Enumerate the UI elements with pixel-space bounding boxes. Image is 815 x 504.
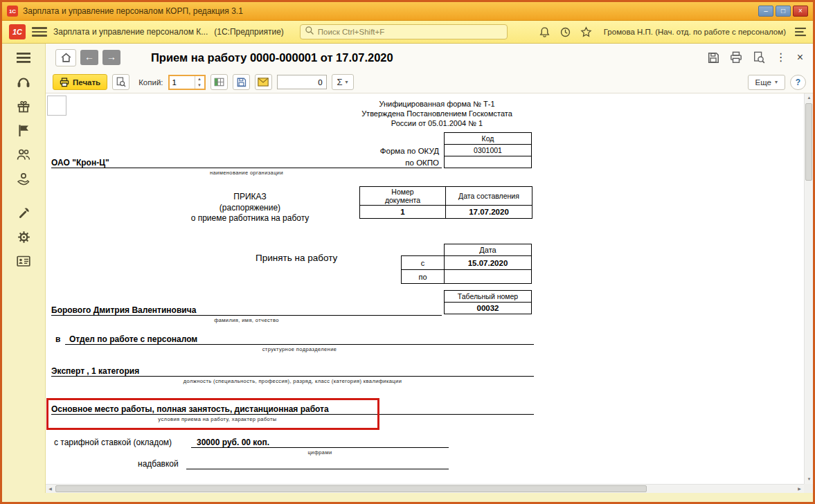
sidebar-settings-button[interactable] xyxy=(10,228,37,245)
print-preview-button[interactable] xyxy=(112,74,129,90)
department-line: Отдел по работе с персоналом xyxy=(65,332,534,345)
hand-coin-icon xyxy=(17,172,30,186)
home-button[interactable] xyxy=(55,49,76,66)
1c-logo: 1С xyxy=(9,24,26,39)
main-menu-button[interactable] xyxy=(32,25,47,39)
code-header: Код xyxy=(445,133,532,145)
back-button[interactable]: ← xyxy=(80,50,98,65)
navigation-toolbar: ← → Прием на работу 0000-000001 от 17.07… xyxy=(46,44,813,71)
personnel-number-value: 00032 xyxy=(445,303,532,314)
from-date-value: 15.07.2020 xyxy=(444,255,532,270)
app-toolbar: 1С Зарплата и управление персоналом К...… xyxy=(2,21,813,44)
okud-value: 0301001 xyxy=(445,145,532,156)
app-title: Зарплата и управление персоналом К... xyxy=(53,27,208,37)
doc-number-header: Номер документа xyxy=(360,187,446,206)
preview-icon[interactable] xyxy=(753,51,765,64)
copies-spinner[interactable]: ▲ ▼ xyxy=(168,75,206,90)
horizontal-scroll-thumb[interactable] xyxy=(55,485,647,492)
search-icon xyxy=(305,26,314,38)
page-setup-button[interactable] xyxy=(211,74,228,90)
bonus-label: надбавкой xyxy=(138,459,179,469)
app-logo-icon: 1С xyxy=(7,6,18,17)
scroll-down-icon[interactable]: ▼ xyxy=(805,475,813,484)
gift-icon xyxy=(17,100,30,113)
preview-icon xyxy=(116,77,126,87)
sections-sidebar xyxy=(2,44,45,493)
maximize-button[interactable]: □ xyxy=(776,6,791,17)
doc-date-value: 17.07.2020 xyxy=(446,206,532,219)
to-label: по xyxy=(401,269,445,284)
search-input[interactable] xyxy=(318,28,503,36)
wrench-icon xyxy=(17,206,30,219)
print-toolbar: Печать Копий: ▲ ▼ xyxy=(46,71,813,93)
spinner-arrows: ▲ ▼ xyxy=(195,76,204,89)
spreadsheet-corner-cell xyxy=(47,96,66,116)
organization-line: ОАО "Крон-Ц" xyxy=(51,154,442,168)
scale-field[interactable] xyxy=(277,75,327,89)
table-settings-icon xyxy=(214,77,224,87)
gear-icon xyxy=(17,231,30,244)
history-clock-icon[interactable] xyxy=(559,26,571,38)
save-icon[interactable] xyxy=(707,51,719,64)
global-search[interactable] xyxy=(300,24,508,39)
minimize-button[interactable]: – xyxy=(758,6,773,17)
salary-caption: цифрами xyxy=(191,449,449,456)
doc-date-header: Дата составления xyxy=(446,187,532,206)
scroll-up-icon[interactable]: ▲ xyxy=(805,93,813,102)
close-tab-icon[interactable]: × xyxy=(797,52,803,63)
hire-date-table: Дата с 15.07.2020 по xyxy=(401,244,532,285)
horizontal-scrollbar[interactable]: ◀ ▶ xyxy=(46,484,804,493)
print-button[interactable]: Печать xyxy=(53,74,107,90)
doc-number-value: 1 xyxy=(360,206,446,219)
sidebar-wrench-button[interactable] xyxy=(10,204,37,221)
sidebar-menu-button[interactable] xyxy=(10,49,37,66)
help-button[interactable]: ? xyxy=(790,75,806,90)
bonus-line xyxy=(186,458,449,469)
to-date-value xyxy=(444,269,532,284)
personnel-number-table: Табельный номер 00032 xyxy=(444,290,532,314)
forward-button[interactable]: → xyxy=(102,50,120,65)
sidebar-gift-button[interactable] xyxy=(10,98,37,114)
sidebar-people-button[interactable] xyxy=(10,146,37,163)
current-user[interactable]: Громова Н.П. (Нач. отд. по работе с перс… xyxy=(604,28,786,36)
sigma-icon: Σ xyxy=(337,77,343,87)
employee-name-line: Борового Дмитрия Валентиновича xyxy=(51,303,442,316)
headset-icon xyxy=(17,75,30,88)
scroll-right-icon[interactable]: ▶ xyxy=(795,485,804,493)
salary-line: 30000 руб. 00 коп. xyxy=(191,435,449,448)
app-window: 1С Зарплата и управление персоналом КОРП… xyxy=(0,0,815,504)
copies-input[interactable] xyxy=(170,76,195,89)
envelope-icon xyxy=(258,78,269,87)
sidebar-phone-button[interactable] xyxy=(10,73,37,90)
from-label: с xyxy=(401,255,445,270)
notifications-bell-icon[interactable] xyxy=(539,26,550,38)
spin-down-icon[interactable]: ▼ xyxy=(195,82,204,89)
scrollbar-corner xyxy=(804,484,813,493)
chevron-down-icon: ▾ xyxy=(346,79,348,85)
sidebar-badge-button[interactable] xyxy=(10,253,37,269)
spin-up-icon[interactable]: ▲ xyxy=(195,76,204,82)
sidebar-payments-button[interactable] xyxy=(10,170,37,187)
window-controls: – □ × xyxy=(758,6,808,17)
sum-button[interactable]: Σ ▾ xyxy=(332,74,354,90)
scroll-left-icon[interactable]: ◀ xyxy=(46,485,55,493)
form-t1-page: Унифицированная форма № Т-1 Утверждена П… xyxy=(46,93,804,484)
hire-label: Принять на работу xyxy=(256,253,337,263)
status-bar xyxy=(2,493,813,502)
more-actions-icon[interactable]: ⋮ xyxy=(776,52,787,63)
window-title: Зарплата и управление персоналом КОРП, р… xyxy=(23,6,243,16)
window-titlebar[interactable]: 1С Зарплата и управление персоналом КОРП… xyxy=(2,2,813,21)
page-title: Прием на работу 0000-000001 от 17.07.202… xyxy=(151,51,393,64)
more-button[interactable]: Еще ▾ xyxy=(748,75,785,90)
save-file-button[interactable] xyxy=(233,74,250,90)
sidebar-flag-button[interactable] xyxy=(10,122,37,138)
print-icon[interactable] xyxy=(730,51,742,64)
send-email-button[interactable] xyxy=(255,74,272,90)
diskette-icon xyxy=(236,77,247,87)
vertical-scrollbar[interactable]: ▲ ▼ xyxy=(804,93,813,484)
favorites-star-icon[interactable] xyxy=(580,26,592,38)
service-menu-icon[interactable] xyxy=(795,27,806,37)
close-window-button[interactable]: × xyxy=(793,6,808,17)
document-preview-area: Унифицированная форма № Т-1 Утверждена П… xyxy=(46,93,813,493)
vertical-scroll-thumb[interactable] xyxy=(805,103,812,181)
